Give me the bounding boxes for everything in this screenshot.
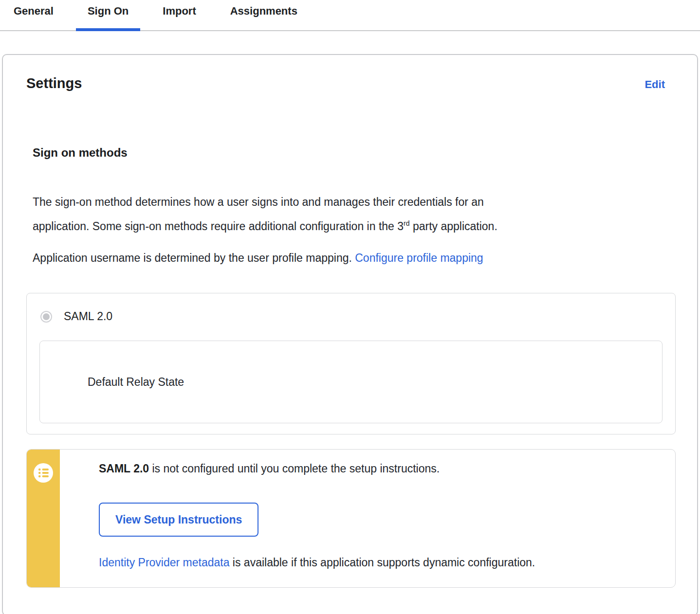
saml-radio-label: SAML 2.0 <box>64 310 112 323</box>
settings-card-header: Settings Edit <box>26 75 676 91</box>
tab-sign-on[interactable]: Sign On <box>76 0 140 30</box>
relay-state-label: Default Relay State <box>88 376 184 389</box>
list-icon <box>34 463 53 483</box>
warning-content: SAML 2.0 is not configured until you com… <box>60 450 554 587</box>
edit-button[interactable]: Edit <box>645 78 665 91</box>
app-tab-bar: General Sign On Import Assignments <box>0 0 700 31</box>
tab-import[interactable]: Import <box>151 0 207 30</box>
saml-method-box: SAML 2.0 Default Relay State <box>26 293 676 434</box>
metadata-text: Identity Provider metadata is available … <box>99 556 535 569</box>
setup-warning-callout: SAML 2.0 is not configured until you com… <box>26 449 676 588</box>
tab-assignments[interactable]: Assignments <box>219 0 309 30</box>
warning-message-method: SAML 2.0 <box>99 462 149 475</box>
description-line-1: The sign-on method determines how a user… <box>33 190 676 214</box>
sign-on-method-description: The sign-on method determines how a user… <box>33 190 676 238</box>
sign-on-methods-heading: Sign on methods <box>33 146 676 160</box>
settings-title: Settings <box>26 75 82 91</box>
warning-message: SAML 2.0 is not configured until you com… <box>99 462 535 475</box>
settings-card: Settings Edit Sign on methods The sign-o… <box>2 54 698 614</box>
username-mapping-text: Application username is determined by th… <box>33 249 676 267</box>
saml-radio[interactable] <box>40 311 52 323</box>
ordinal-superscript: rd <box>404 219 409 227</box>
configure-profile-mapping-link[interactable]: Configure profile mapping <box>355 252 483 264</box>
tab-general[interactable]: General <box>2 0 65 30</box>
sign-on-methods-section: Sign on methods The sign-on method deter… <box>33 146 676 267</box>
view-setup-instructions-button[interactable]: View Setup Instructions <box>99 503 258 537</box>
saml-radio-row: SAML 2.0 <box>39 310 663 323</box>
identity-provider-metadata-link[interactable]: Identity Provider metadata <box>99 556 229 569</box>
warning-strip <box>27 450 60 587</box>
description-line-2: application. Some sign-on methods requir… <box>33 214 676 238</box>
relay-state-box: Default Relay State <box>39 341 663 423</box>
